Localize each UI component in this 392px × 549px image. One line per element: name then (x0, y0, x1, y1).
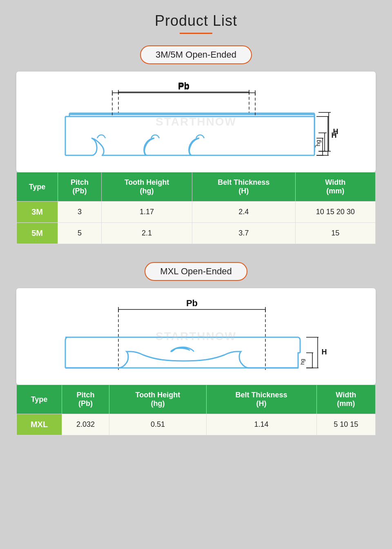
section-2: MXL Open-Ended STARTHNOW Pb H hg (16, 262, 376, 450)
mxl-col-pitch: Pitch(Pb) (62, 385, 109, 414)
svg-text:H: H (332, 131, 337, 139)
pitch-mxl: 2.032 (62, 414, 109, 435)
belt-diagram-mxl: Pb H hg (29, 296, 363, 378)
svg-text:Pb: Pb (178, 81, 189, 92)
svg-text:H: H (322, 348, 327, 356)
col-belt-thickness: Belt Thickness(H) (192, 173, 295, 202)
mxl-col-type: Type (17, 385, 62, 414)
belt-diagram-3m5m-clean: Pb H hg (29, 80, 363, 166)
width-mxl: 5 10 15 (316, 414, 375, 435)
table-mxl: Type Pitch(Pb) Tooth Height(hg) Belt Thi… (16, 385, 376, 435)
table-mxl-header-row: Type Pitch(Pb) Tooth Height(hg) Belt Thi… (17, 385, 376, 414)
pitch-3m: 3 (58, 202, 102, 223)
col-width: Width(mm) (295, 173, 376, 202)
col-tooth-height: Tooth Height(hg) (102, 173, 192, 202)
col-type: Type (17, 173, 58, 202)
section-1-label: 3M/5M Open-Ended (140, 45, 252, 64)
mxl-col-tooth-height: Tooth Height(hg) (109, 385, 206, 414)
belt-thickness-3m: 2.4 (192, 202, 295, 223)
table-row-3m: 3M 3 1.17 2.4 10 15 20 30 (17, 202, 376, 223)
section-1: 3M/5M Open-Ended STARTHNOW Pb H hg (16, 45, 376, 259)
width-3m: 10 15 20 30 (295, 202, 376, 223)
mxl-col-width: Width(mm) (316, 385, 375, 414)
table-row-5m: 5M 5 2.1 3.7 15 (17, 223, 376, 244)
pitch-5m: 5 (58, 223, 102, 244)
width-5m: 15 (295, 223, 376, 244)
svg-text:hg: hg (315, 140, 321, 146)
svg-text:Pb: Pb (186, 298, 198, 308)
tooth-height-3m: 1.17 (102, 202, 192, 223)
type-3m: 3M (17, 202, 58, 223)
section-2-label: MXL Open-Ended (145, 262, 247, 281)
table-header-row: Type Pitch(Pb) Tooth Height(hg) Belt Thi… (17, 173, 376, 202)
belt-thickness-mxl: 1.14 (206, 414, 316, 435)
type-5m: 5M (17, 223, 58, 244)
table-row-mxl: MXL 2.032 0.51 1.14 5 10 15 (17, 414, 376, 435)
table-3m5m: Type Pitch(Pb) Tooth Height(hg) Belt Thi… (16, 172, 376, 244)
tooth-height-mxl: 0.51 (109, 414, 206, 435)
diagram-3m5m: STARTHNOW Pb H hg (16, 72, 376, 172)
mxl-col-belt-thickness: Belt Thickness(H) (206, 385, 316, 414)
page-title: Product List (155, 12, 237, 29)
col-pitch: Pitch(Pb) (58, 173, 102, 202)
diagram-mxl: STARTHNOW Pb H hg (16, 288, 376, 385)
type-mxl: MXL (17, 414, 62, 435)
svg-text:hg: hg (299, 359, 305, 365)
belt-thickness-5m: 3.7 (192, 223, 295, 244)
tooth-height-5m: 2.1 (102, 223, 192, 244)
title-underline (180, 33, 212, 34)
